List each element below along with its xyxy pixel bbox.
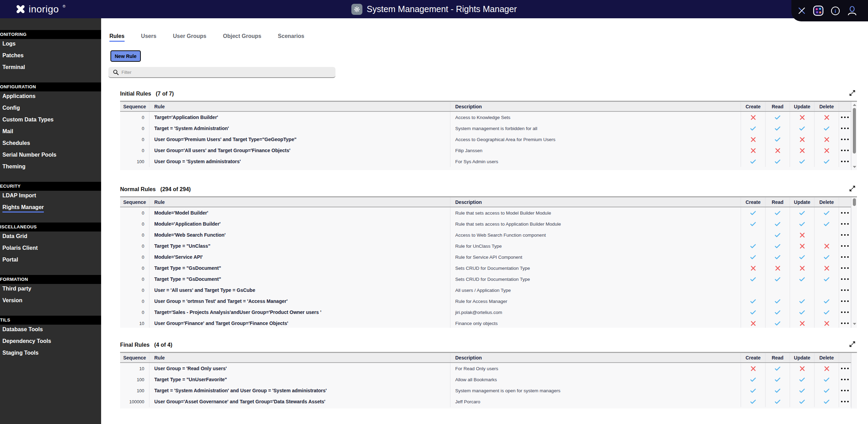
crud-cell-create[interactable] — [741, 252, 765, 263]
row-menu-button[interactable] — [839, 134, 851, 145]
sidebar-item-ldap-import[interactable]: LDAP Import — [0, 191, 101, 203]
sidebar-item-logs[interactable]: Logs — [0, 39, 101, 51]
column-header-delete[interactable]: Delete — [815, 197, 839, 207]
column-header-read[interactable]: Read — [765, 102, 790, 111]
crud-cell-delete[interactable] — [815, 307, 839, 318]
crud-cell-update[interactable] — [790, 145, 815, 156]
crud-cell-create[interactable] — [741, 385, 765, 396]
close-icon[interactable] — [798, 7, 806, 15]
crud-cell-create[interactable] — [741, 263, 765, 274]
sidebar-item-portal[interactable]: Portal — [0, 255, 101, 267]
table-row[interactable]: 0 Target='Sales - Projects Analysis'andU… — [120, 307, 857, 318]
column-header-delete[interactable]: Delete — [815, 353, 839, 362]
crud-cell-read[interactable] — [765, 252, 790, 263]
crud-cell-create[interactable] — [741, 218, 765, 229]
crud-cell-delete[interactable] — [815, 285, 839, 296]
crud-cell-create[interactable] — [741, 307, 765, 318]
tab-scenarios[interactable]: Scenarios — [278, 33, 304, 42]
crud-cell-delete[interactable] — [815, 363, 839, 374]
column-header-update[interactable]: Update — [790, 102, 815, 111]
crud-cell-create[interactable] — [741, 207, 765, 218]
crud-cell-delete[interactable] — [815, 112, 839, 123]
sidebar-item-version[interactable]: Version — [0, 296, 101, 307]
crud-cell-create[interactable] — [741, 396, 765, 407]
crud-cell-read[interactable] — [765, 263, 790, 274]
tab-users[interactable]: Users — [141, 33, 156, 42]
crud-cell-read[interactable] — [765, 318, 790, 328]
row-menu-button[interactable] — [839, 123, 851, 134]
crud-cell-read[interactable] — [765, 374, 790, 385]
user-icon[interactable] — [847, 6, 857, 16]
vertical-scrollbar[interactable] — [851, 353, 857, 408]
vertical-scrollbar[interactable] — [851, 102, 857, 170]
row-menu-button[interactable] — [839, 318, 851, 328]
column-header-read[interactable]: Read — [765, 353, 790, 362]
crud-cell-update[interactable] — [790, 263, 815, 274]
crud-cell-update[interactable] — [790, 123, 815, 134]
crud-cell-update[interactable] — [790, 229, 815, 240]
crud-cell-update[interactable] — [790, 207, 815, 218]
crud-cell-create[interactable] — [741, 134, 765, 145]
crud-cell-update[interactable] — [790, 252, 815, 263]
row-menu-button[interactable] — [839, 240, 851, 252]
row-menu-button[interactable] — [839, 296, 851, 307]
crud-cell-read[interactable] — [765, 274, 790, 285]
table-row[interactable]: 0 Target Type = "UnClass" Rule for UnCla… — [120, 240, 857, 252]
new-rule-button[interactable]: New Rule — [110, 50, 141, 62]
crud-cell-read[interactable] — [765, 123, 790, 134]
crud-cell-read[interactable] — [765, 145, 790, 156]
row-menu-button[interactable] — [839, 263, 851, 274]
crud-cell-update[interactable] — [790, 285, 815, 296]
column-header-delete[interactable]: Delete — [815, 102, 839, 111]
row-menu-button[interactable] — [839, 374, 851, 385]
table-row[interactable]: 100 Target Type = "UnUserFavorite" Allow… — [120, 374, 857, 385]
crud-cell-delete[interactable] — [815, 274, 839, 285]
crud-cell-update[interactable] — [790, 218, 815, 229]
crud-cell-update[interactable] — [790, 134, 815, 145]
column-header-description[interactable]: Description — [450, 353, 741, 362]
crud-cell-update[interactable] — [790, 307, 815, 318]
crud-cell-update[interactable] — [790, 112, 815, 123]
column-header-description[interactable]: Description — [450, 197, 741, 207]
sidebar-item-data-grid[interactable]: Data Grid — [0, 231, 101, 243]
crud-cell-update[interactable] — [790, 274, 815, 285]
tab-rules[interactable]: Rules — [109, 33, 125, 42]
sidebar-item-database-tools[interactable]: Database Tools — [0, 325, 101, 336]
sidebar-item-custom-data-types[interactable]: Custom Data Types — [0, 115, 101, 127]
table-row[interactable]: 0 User Group = 'ortmsn Test' and Target … — [120, 296, 857, 307]
crud-cell-read[interactable] — [765, 229, 790, 240]
row-menu-button[interactable] — [839, 218, 851, 229]
row-menu-button[interactable] — [839, 145, 851, 156]
crud-cell-create[interactable] — [741, 274, 765, 285]
crud-cell-read[interactable] — [765, 385, 790, 396]
column-header-update[interactable]: Update — [790, 197, 815, 207]
crud-cell-update[interactable] — [790, 374, 815, 385]
table-row[interactable]: 100 User Group = 'System administrators'… — [120, 156, 857, 167]
table-row[interactable]: 100000 User Group='Asset Governance' and… — [120, 396, 857, 407]
sidebar-item-mail[interactable]: Mail — [0, 127, 101, 138]
row-menu-button[interactable] — [839, 307, 851, 318]
table-row[interactable]: 0 Module='Service API' Rule for Service … — [120, 252, 857, 263]
crud-cell-delete[interactable] — [815, 318, 839, 328]
crud-cell-create[interactable] — [741, 318, 765, 328]
row-menu-button[interactable] — [839, 252, 851, 263]
sidebar-item-rights-manager[interactable]: Rights Manager — [0, 203, 101, 214]
table-row[interactable]: 0 Target Type = "GsDocument" Sets CRUD f… — [120, 263, 857, 274]
crud-cell-update[interactable] — [790, 385, 815, 396]
crud-cell-delete[interactable] — [815, 123, 839, 134]
vertical-scrollbar[interactable] — [851, 197, 857, 328]
table-row[interactable]: 0 User Group='All users' and Target Grou… — [120, 145, 857, 156]
tab-user-groups[interactable]: User Groups — [173, 33, 206, 42]
row-menu-button[interactable] — [839, 363, 851, 374]
crud-cell-delete[interactable] — [815, 240, 839, 252]
crud-cell-read[interactable] — [765, 207, 790, 218]
crud-cell-create[interactable] — [741, 363, 765, 374]
crud-cell-create[interactable] — [741, 229, 765, 240]
crud-cell-read[interactable] — [765, 218, 790, 229]
table-row[interactable]: 0 User Group='Premium Users' and Target … — [120, 134, 857, 145]
column-header-sequence[interactable]: Sequence — [120, 353, 149, 362]
crud-cell-delete[interactable] — [815, 374, 839, 385]
crud-cell-read[interactable] — [765, 307, 790, 318]
crud-cell-delete[interactable] — [815, 396, 839, 407]
column-header-update[interactable]: Update — [790, 353, 815, 362]
